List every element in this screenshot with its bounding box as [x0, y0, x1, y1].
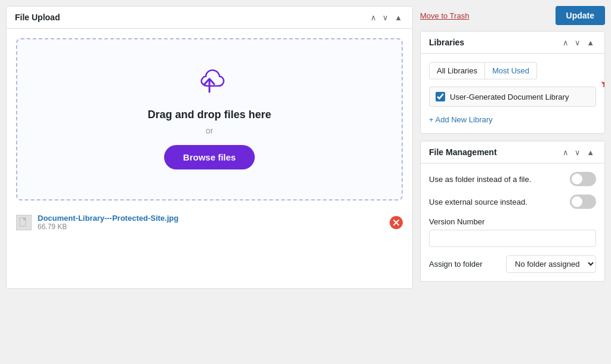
or-text: or — [206, 126, 213, 135]
libraries-collapse-up[interactable]: ∧ — [561, 38, 570, 47]
update-button[interactable]: Update — [556, 6, 605, 25]
libraries-card-header: Libraries ∧ ∨ ▲ — [421, 32, 604, 54]
external-source-toggle-row: Use external source instead. — [429, 195, 596, 209]
panel-header: File Upload ∧ ∨ ▲ — [7, 7, 412, 29]
version-input[interactable] — [429, 230, 596, 247]
version-label: Version Number — [429, 217, 596, 226]
tab-most-used[interactable]: Most Used — [485, 62, 537, 79]
expand-button[interactable]: ▲ — [393, 13, 404, 22]
library-tabs: All Libraries Most Used — [429, 62, 596, 79]
folder-toggle[interactable] — [570, 172, 596, 186]
file-management-card: File Management ∧ ∨ ▲ Use as folder inst… — [420, 141, 605, 282]
file-mgmt-collapse-down[interactable]: ∨ — [573, 148, 582, 157]
assign-folder-row: Assign to folder No folder assigned — [429, 255, 596, 273]
add-library-link[interactable]: + Add New Library — [429, 115, 493, 124]
external-source-toggle-slider — [570, 195, 596, 209]
file-info: Document-Library---Protected-Site.jpg 66… — [38, 214, 384, 231]
drop-zone[interactable]: Drag and drop files here or Browse files — [16, 38, 403, 200]
assign-label: Assign to folder — [429, 260, 483, 269]
file-mgmt-collapse-up[interactable]: ∧ — [561, 148, 570, 157]
external-source-label: Use external source instead. — [429, 198, 527, 206]
libraries-controls: ∧ ∨ ▲ — [561, 38, 596, 47]
browse-files-button[interactable]: Browse files — [164, 145, 255, 169]
file-upload-panel: File Upload ∧ ∨ ▲ Drag and drop — [6, 6, 413, 289]
upload-icon — [190, 63, 229, 99]
file-mgmt-expand[interactable]: ▲ — [585, 148, 596, 157]
svg-marker-5 — [601, 82, 605, 88]
file-management-title: File Management — [429, 147, 497, 157]
assign-select[interactable]: No folder assigned — [506, 255, 596, 273]
library-checkbox-row: User-Generated Document Library — [429, 87, 596, 107]
svg-rect-2 — [23, 218, 26, 220]
file-thumbnail — [16, 215, 32, 230]
uploaded-file-row: Document-Library---Protected-Site.jpg 66… — [16, 210, 403, 235]
file-name: Document-Library---Protected-Site.jpg — [38, 214, 384, 223]
file-management-header: File Management ∧ ∨ ▲ — [421, 141, 604, 164]
panel-title: File Upload — [15, 13, 60, 22]
file-size: 66.79 KB — [38, 223, 384, 231]
libraries-title: Libraries — [429, 38, 464, 47]
folder-toggle-slider — [570, 172, 596, 186]
libraries-body: All Libraries Most Used User-Generated D… — [421, 54, 604, 133]
collapse-down-button[interactable]: ∨ — [381, 13, 390, 22]
panel-body: Drag and drop files here or Browse files… — [7, 29, 412, 244]
panel-controls: ∧ ∨ ▲ — [369, 13, 404, 22]
library-checkbox[interactable] — [436, 92, 445, 101]
annotation-arrow — [598, 64, 605, 94]
external-source-toggle[interactable] — [570, 195, 596, 209]
libraries-expand[interactable]: ▲ — [585, 38, 596, 47]
file-management-body: Use as folder instead of a file. Use ext… — [421, 164, 604, 281]
libraries-collapse-down[interactable]: ∨ — [573, 38, 582, 47]
file-mgmt-controls: ∧ ∨ ▲ — [561, 148, 596, 157]
drag-drop-text: Drag and drop files here — [147, 109, 271, 121]
libraries-card: Libraries ∧ ∨ ▲ All Libraries Most Used — [420, 31, 605, 134]
collapse-up-button[interactable]: ∧ — [369, 13, 378, 22]
move-to-trash-button[interactable]: Move to Trash — [420, 11, 469, 20]
tab-all-libraries[interactable]: All Libraries — [429, 62, 485, 79]
top-actions: Move to Trash Update — [420, 6, 605, 25]
folder-toggle-label: Use as folder instead of a file. — [429, 175, 531, 184]
library-checkbox-label: User-Generated Document Library — [450, 92, 569, 101]
folder-toggle-row: Use as folder instead of a file. — [429, 172, 596, 186]
right-panel: Move to Trash Update Libraries ∧ ∨ ▲ All… — [420, 6, 605, 289]
remove-file-button[interactable] — [390, 216, 403, 229]
